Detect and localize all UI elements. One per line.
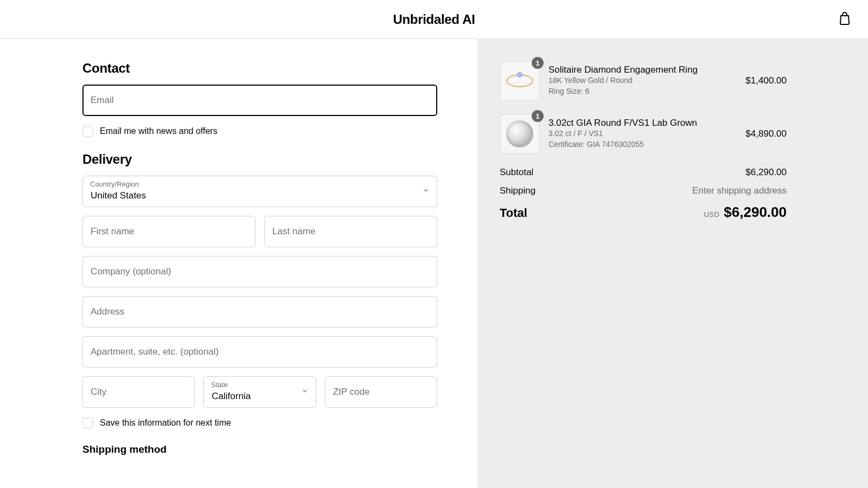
apartment-input[interactable] [82, 336, 437, 368]
shipping-label: Shipping [500, 185, 535, 196]
subtotal-label: Subtotal [500, 167, 533, 178]
order-summary-column: 1 Solitaire Diamond Engagement Ring 18K … [477, 39, 868, 488]
shipping-method-heading: Shipping method [82, 444, 437, 455]
item-thumbnail: 1 [500, 114, 540, 154]
item-option: Certificate: GIA 7476302055 [548, 139, 737, 150]
item-price: $1,400.00 [745, 75, 787, 86]
item-price: $4,890.00 [745, 129, 787, 139]
country-select[interactable]: Country/Region United States [82, 176, 437, 207]
country-value: United States [91, 190, 146, 201]
item-variant: 18K Yellow Gold / Round [548, 75, 737, 86]
last-name-input[interactable] [264, 216, 437, 247]
item-title: Solitaire Diamond Engagement Ring [548, 65, 737, 75]
quantity-badge: 1 [532, 57, 544, 69]
shopping-bag-icon[interactable] [839, 12, 851, 27]
header: Unbridaled AI [0, 0, 868, 39]
item-variant: 3.02 ct / F / VS1 [548, 129, 737, 139]
checkout-page: Contact Email me with news and offers De… [0, 39, 868, 488]
currency-code: USD [704, 210, 719, 219]
save-info-checkbox[interactable] [82, 418, 93, 428]
city-input[interactable] [82, 376, 195, 408]
first-name-input[interactable] [82, 216, 256, 247]
state-label: State [211, 381, 227, 389]
news-offers-checkbox[interactable] [82, 126, 93, 137]
ring-icon [506, 74, 533, 87]
total-value: $6,290.00 [724, 204, 787, 220]
cart-item: 1 Solitaire Diamond Engagement Ring 18K … [500, 61, 787, 101]
save-info-label: Save this information for next time [100, 418, 231, 428]
company-input[interactable] [82, 256, 437, 287]
total-label: Total [500, 206, 527, 220]
item-option: Ring Size: 6 [548, 86, 737, 97]
brand-name[interactable]: Unbridaled AI [393, 12, 475, 27]
quantity-badge: 1 [532, 110, 544, 122]
address-input[interactable] [82, 296, 437, 328]
shipping-value: Enter shipping address [692, 185, 787, 196]
country-label: Country/Region [90, 180, 139, 188]
state-select[interactable]: State California [203, 376, 316, 408]
email-input[interactable] [82, 85, 437, 116]
delivery-heading: Delivery [82, 152, 437, 167]
cart-item: 1 3.02ct GIA Round F/VS1 Lab Grown 3.02 … [500, 114, 787, 154]
state-value: California [212, 391, 251, 401]
subtotal-value: $6,290.00 [745, 167, 787, 178]
news-offers-label: Email me with news and offers [100, 126, 218, 136]
contact-heading: Contact [82, 61, 437, 76]
zip-input[interactable] [325, 376, 437, 408]
item-title: 3.02ct GIA Round F/VS1 Lab Grown [548, 118, 737, 129]
item-thumbnail: 1 [500, 61, 540, 101]
diamond-icon [506, 120, 533, 147]
checkout-form-column: Contact Email me with news and offers De… [0, 39, 477, 488]
